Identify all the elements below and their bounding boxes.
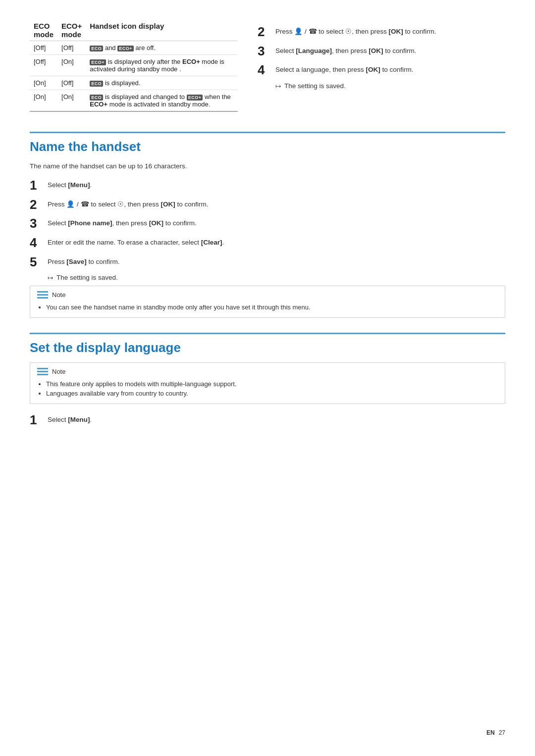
- eco-badge: ECO: [90, 81, 103, 87]
- step-text: Select a language, then press [OK] to co…: [275, 63, 413, 75]
- page-lang: EN: [486, 729, 495, 736]
- step-text: Select [Language], then press [OK] to co…: [275, 44, 416, 56]
- note-icon-line: [37, 368, 48, 369]
- step-number: 1: [30, 178, 48, 193]
- table-row: [On] [Off] ECO is displayed.: [30, 76, 238, 90]
- note-box: Note You can see the handset name in sta…: [30, 286, 505, 318]
- note-icon: [37, 291, 48, 299]
- step-number: 3: [258, 44, 275, 58]
- set-display-language-section: Set the display language Note This featu…: [30, 333, 505, 427]
- note-item: You can see the handset name in standby …: [46, 302, 498, 312]
- table-cell: ECO is displayed and changed to ECO+ whe…: [86, 90, 238, 112]
- step-3: 3 Select [Phone name], then press [OK] t…: [30, 216, 505, 231]
- right-col-steps: 2 Press 👤 / ☎ to select ☉, then press [O…: [258, 20, 505, 117]
- ecoplus-badge: ECO+: [90, 59, 106, 65]
- note-list: You can see the handset name in standby …: [37, 302, 498, 312]
- section-divider: [30, 132, 505, 133]
- note-icon-line: [37, 297, 48, 299]
- step-2: 2 Press 👤 / ☎ to select ☉, then press [O…: [30, 198, 505, 212]
- step-1: 1 Select [Menu].: [30, 413, 505, 427]
- table-header-display: Handset icon display: [86, 20, 238, 41]
- note-icon-line: [37, 294, 48, 296]
- note-item: This feature only applies to models with…: [46, 379, 498, 389]
- table-cell: [Off]: [57, 76, 86, 90]
- step-number: 4: [258, 63, 275, 77]
- note-item: Languages available vary from country to…: [46, 389, 498, 399]
- step-number: 1: [30, 413, 48, 427]
- note-header: Note: [37, 368, 498, 375]
- note-list: This feature only applies to models with…: [37, 379, 498, 399]
- table-cell: [On]: [57, 90, 86, 112]
- step-2: 2 Press 👤 / ☎ to select ☉, then press [O…: [258, 25, 505, 39]
- table-row: [Off] [Off] ECO and ECO+ are off.: [30, 41, 238, 55]
- table-header-eco: ECOmode: [30, 20, 57, 41]
- page-number: 27: [499, 729, 505, 736]
- note-header: Note: [37, 291, 498, 299]
- page: ECOmode ECO+mode Handset icon display [O…: [0, 0, 535, 756]
- table-cell: [On]: [30, 90, 57, 112]
- step-text: Press 👤 / ☎ to select ☉, then press [OK]…: [48, 198, 209, 209]
- table-cell: [On]: [57, 55, 86, 76]
- step-result: ↦ The setting is saved.: [275, 82, 505, 90]
- step-result: ↦ The setting is saved.: [48, 274, 505, 282]
- table-row: [Off] [On] ECO+ is displayed only after …: [30, 55, 238, 76]
- table-cell: [Off]: [30, 55, 57, 76]
- ecoplus-badge: ECO+: [187, 95, 203, 101]
- step-5: 5 Press [Save] to confirm.: [30, 255, 505, 269]
- note-icon: [37, 368, 48, 375]
- step-text: Select [Phone name], then press [OK] to …: [48, 216, 197, 228]
- ecoplus-badge: ECO+: [117, 46, 134, 51]
- step-text: Press 👤 / ☎ to select ☉, then press [OK]…: [275, 25, 436, 37]
- step-1: 1 Select [Menu].: [30, 178, 505, 193]
- step-text: Select [Menu].: [48, 178, 92, 190]
- table-cell: [Off]: [57, 41, 86, 55]
- section-description: The name of the handset can be up to 16 …: [30, 161, 505, 171]
- table-cell: ECO is displayed.: [86, 76, 238, 90]
- step-number: 2: [258, 25, 275, 39]
- top-two-col: ECOmode ECO+mode Handset icon display [O…: [30, 20, 505, 117]
- table-row: [On] [On] ECO is displayed and changed t…: [30, 90, 238, 112]
- section-divider: [30, 333, 505, 334]
- step-text: Press [Save] to confirm.: [48, 255, 120, 267]
- table-header-ecoplus: ECO+mode: [57, 20, 86, 41]
- step-number: 5: [30, 255, 48, 269]
- result-text: The setting is saved.: [284, 82, 346, 90]
- arrow-icon: ↦: [48, 274, 54, 282]
- page-footer: EN 27: [486, 729, 505, 736]
- section-title: Set the display language: [30, 340, 505, 355]
- step-number: 4: [30, 236, 48, 250]
- step-3: 3 Select [Language], then press [OK] to …: [258, 44, 505, 58]
- eco-badge: ECO: [90, 95, 103, 101]
- table-cell: ECO and ECO+ are off.: [86, 41, 238, 55]
- note-box: Note This feature only applies to models…: [30, 362, 505, 404]
- step-text: Enter or edit the name. To erase a chara…: [48, 236, 224, 248]
- result-text: The setting is saved.: [56, 274, 118, 281]
- step-4: 4 Select a language, then press [OK] to …: [258, 63, 505, 77]
- table-cell: [Off]: [30, 41, 57, 55]
- note-icon-line: [37, 291, 48, 293]
- table-cell: [On]: [30, 76, 57, 90]
- note-label: Note: [52, 368, 65, 375]
- section-title: Name the handset: [30, 139, 505, 154]
- step-number: 2: [30, 198, 48, 212]
- note-icon-line: [37, 371, 48, 372]
- table-cell: ECO+ is displayed only after the ECO+ mo…: [86, 55, 238, 76]
- eco-badge: ECO: [90, 46, 103, 51]
- step-4: 4 Enter or edit the name. To erase a cha…: [30, 236, 505, 250]
- note-icon-line: [37, 374, 48, 375]
- arrow-icon: ↦: [275, 82, 281, 90]
- note-label: Note: [52, 291, 65, 299]
- step-text: Select [Menu].: [48, 413, 92, 425]
- eco-table: ECOmode ECO+mode Handset icon display [O…: [30, 20, 238, 112]
- eco-table-section: ECOmode ECO+mode Handset icon display [O…: [30, 20, 238, 117]
- name-handset-section: Name the handset The name of the handset…: [30, 132, 505, 318]
- step-number: 3: [30, 216, 48, 231]
